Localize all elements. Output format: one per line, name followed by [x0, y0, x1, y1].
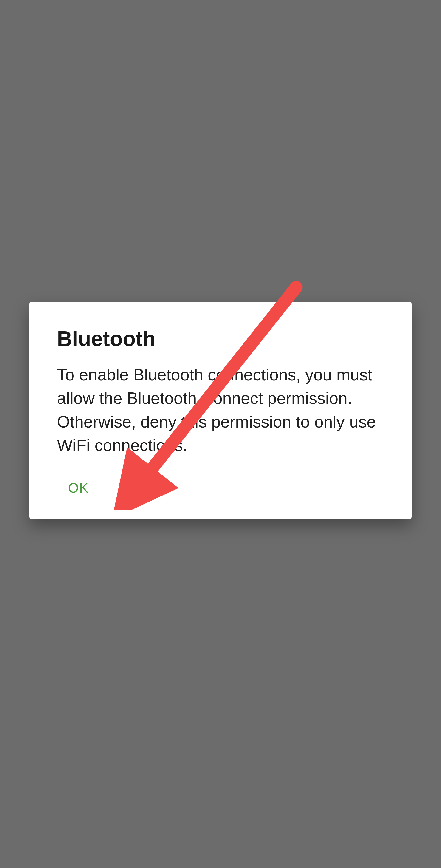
permission-dialog: Bluetooth To enable Bluetooth connection…: [29, 302, 412, 519]
dialog-body-text: To enable Bluetooth connections, you mus…: [57, 363, 384, 457]
dialog-actions: OK: [57, 478, 384, 498]
ok-button[interactable]: OK: [63, 478, 93, 498]
dialog-title: Bluetooth: [57, 327, 384, 350]
